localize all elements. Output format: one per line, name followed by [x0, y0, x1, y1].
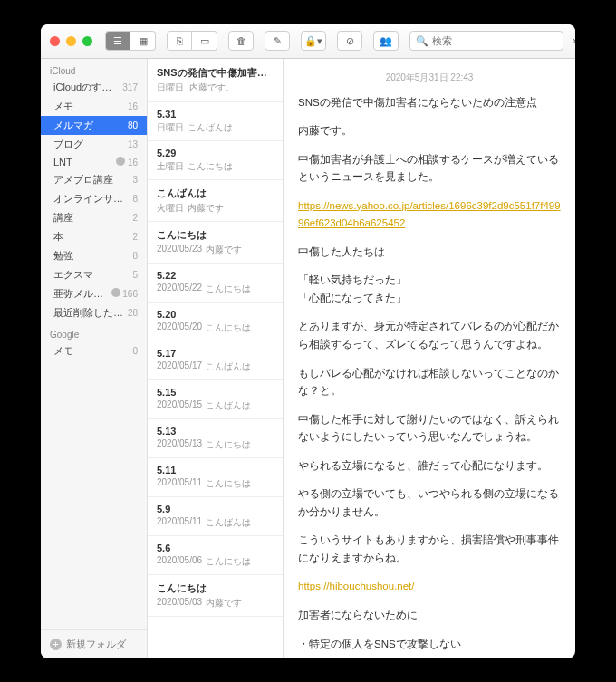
list-item[interactable]: 5.62020/05/06こんにちは [148, 536, 283, 575]
sidebar-item[interactable]: 講座2 [41, 208, 147, 227]
list-item-title: 5.31 [157, 109, 274, 120]
checklist-button[interactable]: ⊘ [337, 31, 362, 51]
list-item-sub: 2020/05/11こんにちは [157, 477, 274, 490]
sidebar-item[interactable]: アメブロ講座3 [41, 170, 147, 189]
link-yahoo[interactable]: https://news.yahoo.co.jp/articles/1696c3… [298, 200, 561, 229]
list-item-sub: 2020/05/23内藤です [157, 244, 274, 256]
list-item-sub: 土曜日こんにちは [157, 160, 274, 173]
list-item-title: 5.13 [157, 426, 274, 437]
attach-button[interactable]: ⎘ [167, 31, 192, 51]
window-controls [50, 36, 92, 46]
sidebar-item-label: 本 [53, 230, 63, 244]
sidebar-item[interactable]: 本2 [41, 227, 147, 246]
lock-button[interactable]: 🔒▾ [301, 31, 326, 51]
sidebar-item-label: 亜弥メル… [53, 287, 103, 301]
sidebar-item-count: 8 [132, 194, 138, 204]
sidebar-item[interactable]: 最近削除した…28 [41, 303, 147, 322]
minimize-button[interactable] [66, 36, 76, 46]
sidebar-item-label: メモ [53, 100, 73, 113]
sidebar-item[interactable]: オンラインサ…8 [41, 189, 147, 208]
list-item[interactable]: 5.222020/05/22こんにちは [148, 264, 283, 303]
sidebar-item-count: 0 [132, 346, 138, 356]
delete-button[interactable]: 🗑 [228, 31, 254, 51]
sidebar-item-label: メモ [53, 344, 73, 358]
list-item-title: こんにちは [157, 228, 274, 242]
list-view-button[interactable]: ☰ [105, 31, 130, 51]
sidebar-item-count: 166 [111, 288, 138, 299]
sidebar-item[interactable]: ブログ13 [41, 135, 147, 154]
list-item-title: 5.22 [157, 270, 274, 281]
overflow-button[interactable]: » [569, 34, 575, 47]
new-folder-button[interactable]: + 新規フォルダ [41, 629, 147, 658]
list-item-title: こんにちは [157, 581, 274, 595]
people-icon [111, 288, 120, 297]
list-header[interactable]: SNSの発信で中傷加害者… 日曜日 内藤です。 [148, 59, 283, 102]
plus-icon: + [50, 639, 62, 650]
sidebar-item-count: 16 [116, 157, 138, 168]
view-toggle: ☰ ▦ [105, 31, 156, 51]
list-item[interactable]: 5.112020/05/11こんにちは [148, 458, 283, 497]
sidebar-item-count: 2 [132, 232, 138, 242]
search-field[interactable]: 🔍 [409, 31, 563, 51]
share-button[interactable]: 👥 [373, 31, 399, 51]
new-note-button[interactable]: ✎ [265, 31, 290, 51]
list-item-sub: 火曜日内藤です [157, 202, 274, 215]
link-hibou[interactable]: https://hibouchushou.net/ [298, 581, 415, 591]
sidebar-item[interactable]: エクスマ5 [41, 265, 147, 284]
sidebar-item-count: 13 [128, 139, 138, 149]
list-item-title: こんばんは [157, 187, 274, 200]
list-item[interactable]: こんにちは2020/05/23内藤です [148, 222, 283, 264]
sidebar-item[interactable]: 亜弥メル… 166 [41, 284, 147, 303]
list-item[interactable]: 5.132020/05/13こんにちは [148, 419, 283, 458]
sidebar-item-count: 317 [122, 82, 138, 92]
list-item-sub: 2020/05/03内藤です [157, 597, 274, 610]
note-title: SNSの発信で中傷加害者にならないための注意点 [298, 94, 561, 112]
search-input[interactable] [432, 35, 557, 46]
list-item-sub: 2020/05/15こんばんは [157, 399, 274, 412]
sidebar-item-count: 16 [128, 101, 138, 111]
zoom-button[interactable] [82, 36, 92, 46]
sidebar: iCloudiCloudのす…317メモ16メルマガ80ブログ13LNT 16ア… [41, 59, 148, 658]
note-body[interactable]: 2020年5月31日 22:43 SNSの発信で中傷加害者にならないための注意点… [284, 59, 575, 658]
grid-view-button[interactable]: ▦ [130, 31, 156, 51]
sidebar-item-label: オンラインサ… [53, 192, 123, 206]
list-item[interactable]: 5.92020/05/11こんばんは [148, 497, 283, 536]
list-item[interactable]: 5.29土曜日こんにちは [148, 141, 283, 180]
list-item[interactable]: こんにちは2020/05/03内藤です [148, 575, 283, 617]
list-item-sub: 日曜日こんばんは [157, 121, 274, 134]
sidebar-item[interactable]: メモ0 [41, 341, 147, 360]
sidebar-item-count: 2 [132, 213, 138, 223]
sidebar-item-label: エクスマ [53, 268, 93, 282]
new-folder-label: 新規フォルダ [66, 638, 126, 651]
search-icon: 🔍 [416, 35, 428, 47]
sidebar-item-count: 3 [132, 175, 138, 185]
sidebar-item[interactable]: iCloudのす…317 [41, 78, 147, 97]
list-item-title: 5.20 [157, 309, 274, 320]
list-item-sub: 2020/05/13こんにちは [157, 438, 274, 451]
sidebar-item-label: 講座 [53, 211, 73, 225]
sidebar-item-count: 5 [132, 270, 138, 280]
list-header-sub: 日曜日 内藤です。 [157, 82, 274, 94]
sidebar-item-count: 28 [128, 308, 138, 318]
note-list: SNSの発信で中傷加害者… 日曜日 内藤です。 5.31日曜日こんばんは5.29… [148, 59, 284, 658]
list-item-sub: 2020/05/20こんにちは [157, 322, 274, 334]
list-item[interactable]: 5.172020/05/17こんばんは [148, 341, 283, 380]
list-item[interactable]: 5.31日曜日こんばんは [148, 102, 283, 141]
sidebar-item[interactable]: メルマガ80 [41, 116, 147, 135]
attach-seg: ⎘ ▭ [167, 31, 217, 51]
list-item-sub: 2020/05/17こんばんは [157, 360, 274, 373]
app-window: ☰ ▦ ⎘ ▭ 🗑 ✎ 🔒▾ ⊘ 👥 🔍 » iCloudiCloudのす…31… [41, 24, 575, 658]
sidebar-item[interactable]: 勉強8 [41, 246, 147, 265]
sidebar-item-label: LNT [53, 157, 72, 168]
titlebar: ☰ ▦ ⎘ ▭ 🗑 ✎ 🔒▾ ⊘ 👥 🔍 » [41, 24, 575, 59]
sidebar-item-label: メルマガ [53, 119, 93, 132]
sidebar-item[interactable]: LNT 16 [41, 154, 147, 170]
trash-button[interactable]: ▭ [192, 31, 217, 51]
sidebar-item[interactable]: メモ16 [41, 97, 147, 116]
list-item[interactable]: こんばんは火曜日内藤です [148, 180, 283, 222]
sidebar-item-label: 勉強 [53, 249, 73, 263]
list-item[interactable]: 5.152020/05/15こんばんは [148, 380, 283, 419]
close-button[interactable] [50, 36, 60, 46]
list-item[interactable]: 5.202020/05/20こんにちは [148, 303, 283, 341]
sidebar-item-label: 最近削除した… [53, 306, 123, 320]
